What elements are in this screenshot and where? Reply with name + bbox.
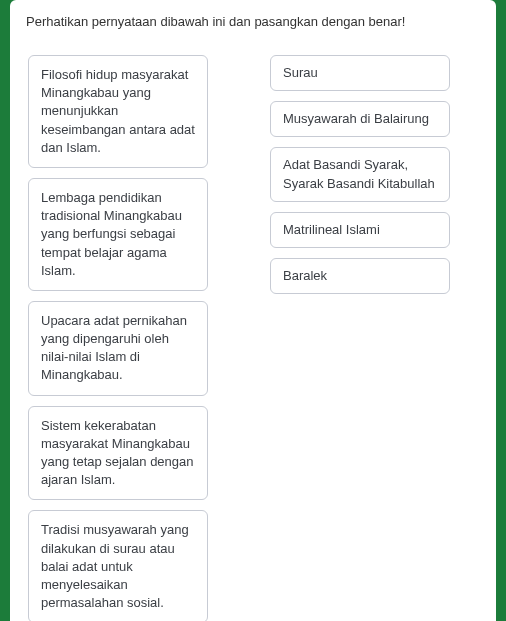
card-text: Tradisi musyawarah yang dilakukan di sur… xyxy=(41,522,189,610)
left-column: Filosofi hidup masyarakat Minangkabau ya… xyxy=(28,55,208,621)
statement-card[interactable]: Upacara adat pernikahan yang dipengaruhi… xyxy=(28,301,208,396)
answer-card[interactable]: Adat Basandi Syarak, Syarak Basandi Kita… xyxy=(270,147,450,201)
card-text: Lembaga pendidikan tradisional Minangkab… xyxy=(41,190,182,278)
match-columns: Filosofi hidup masyarakat Minangkabau ya… xyxy=(22,55,484,621)
instruction-text: Perhatikan pernyataan dibawah ini dan pa… xyxy=(22,12,484,31)
quiz-panel: Perhatikan pernyataan dibawah ini dan pa… xyxy=(10,0,496,621)
right-column: Surau Musyawarah di Balairung Adat Basan… xyxy=(270,55,450,621)
statement-card[interactable]: Filosofi hidup masyarakat Minangkabau ya… xyxy=(28,55,208,168)
statement-card[interactable]: Sistem kekerabatan masyarakat Minangkaba… xyxy=(28,406,208,501)
answer-card[interactable]: Matrilineal Islami xyxy=(270,212,450,248)
answer-card[interactable]: Musyawarah di Balairung xyxy=(270,101,450,137)
card-text: Musyawarah di Balairung xyxy=(283,111,429,126)
card-text: Baralek xyxy=(283,268,327,283)
statement-card[interactable]: Tradisi musyawarah yang dilakukan di sur… xyxy=(28,510,208,621)
card-text: Upacara adat pernikahan yang dipengaruhi… xyxy=(41,313,187,383)
answer-card[interactable]: Baralek xyxy=(270,258,450,294)
card-text: Surau xyxy=(283,65,318,80)
statement-card[interactable]: Lembaga pendidikan tradisional Minangkab… xyxy=(28,178,208,291)
card-text: Adat Basandi Syarak, Syarak Basandi Kita… xyxy=(283,157,435,190)
card-text: Sistem kekerabatan masyarakat Minangkaba… xyxy=(41,418,194,488)
card-text: Filosofi hidup masyarakat Minangkabau ya… xyxy=(41,67,195,155)
card-text: Matrilineal Islami xyxy=(283,222,380,237)
answer-card[interactable]: Surau xyxy=(270,55,450,91)
